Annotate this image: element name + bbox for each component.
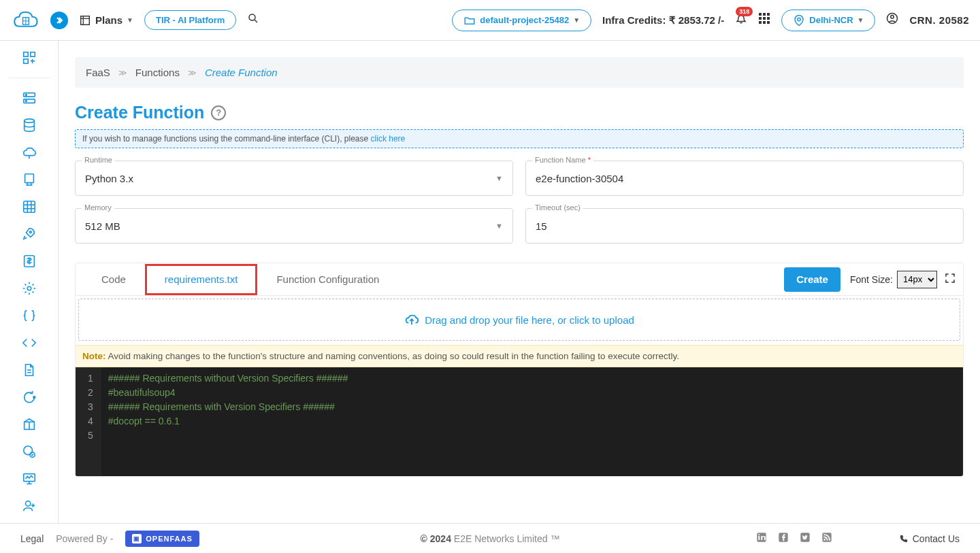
svg-rect-8 bbox=[759, 13, 762, 16]
notification-badge: 318 bbox=[736, 7, 753, 16]
rss-icon[interactable] bbox=[821, 532, 832, 545]
notifications-button[interactable]: 318 bbox=[735, 12, 747, 28]
svg-rect-10 bbox=[767, 13, 770, 16]
svg-point-25 bbox=[25, 95, 27, 96]
refresh-icon[interactable] bbox=[20, 388, 38, 406]
cube-icon: ▣ bbox=[132, 534, 142, 543]
function-name-value: e2e-function-30504 bbox=[536, 173, 623, 184]
editor-card: Code requirements.txt Function Configura… bbox=[75, 263, 964, 477]
cli-hint: If you wish to manage functions using th… bbox=[75, 129, 964, 148]
svg-rect-20 bbox=[23, 52, 27, 56]
shield-icon[interactable] bbox=[20, 443, 38, 460]
breadcrumb-faas[interactable]: FaaS bbox=[86, 67, 110, 78]
credits-display: Infra Credits: ₹ 2853.72 /- bbox=[602, 14, 724, 27]
cli-hint-text: If you wish to manage functions using th… bbox=[82, 134, 371, 144]
twitter-icon[interactable] bbox=[800, 532, 811, 545]
left-sidebar bbox=[0, 41, 59, 523]
user-account-icon[interactable] bbox=[886, 12, 898, 28]
rocket-icon[interactable] bbox=[20, 225, 38, 243]
legal-link[interactable]: Legal bbox=[20, 533, 44, 544]
page-title-row: Create Function ? bbox=[75, 103, 964, 122]
braces-icon[interactable] bbox=[20, 307, 38, 324]
function-name-label: Function Name * bbox=[532, 156, 593, 164]
tir-label: TIR - AI Platform bbox=[156, 15, 225, 25]
file-dropzone[interactable]: Drag and drop your file here, or click t… bbox=[78, 299, 960, 341]
help-icon[interactable]: ? bbox=[211, 105, 226, 120]
contact-link[interactable]: Contact Us bbox=[899, 533, 960, 544]
code-editor[interactable]: 12345 ###### Requirements without Versio… bbox=[76, 367, 963, 476]
note-label: Note: bbox=[82, 351, 106, 361]
project-label: default-project-25482 bbox=[480, 15, 569, 25]
note-bar: Note: Avoid making changes to the functi… bbox=[76, 345, 963, 367]
tab-config[interactable]: Function Configuration bbox=[257, 263, 398, 295]
breadcrumb: FaaS ≫ Functions ≫ Create Function bbox=[75, 57, 964, 88]
server-icon[interactable] bbox=[20, 89, 38, 107]
svg-rect-15 bbox=[763, 21, 766, 24]
svg-point-19 bbox=[891, 16, 894, 19]
grid-icon[interactable] bbox=[20, 198, 38, 216]
memory-value: 512 MB bbox=[85, 220, 120, 232]
code-lines[interactable]: ###### Requirements without Version Spec… bbox=[101, 367, 355, 476]
package-icon[interactable] bbox=[20, 416, 38, 433]
tab-requirements[interactable]: requirements.txt bbox=[145, 264, 258, 295]
fontsize-select[interactable]: 14px bbox=[897, 271, 937, 288]
openfaas-badge[interactable]: ▣ OPENFAAS bbox=[125, 531, 199, 547]
dashboard-icon[interactable] bbox=[20, 49, 38, 67]
svg-point-38 bbox=[29, 231, 31, 233]
timeout-label: Timeout (sec) bbox=[532, 203, 583, 212]
svg-rect-13 bbox=[767, 17, 770, 20]
powered-by: Powered By - bbox=[56, 533, 113, 544]
fullscreen-icon[interactable] bbox=[944, 272, 956, 287]
svg-point-46 bbox=[23, 446, 32, 455]
code-icon[interactable] bbox=[20, 334, 38, 352]
note-text: Avoid making changes to the function's s… bbox=[106, 351, 680, 361]
monitor-icon[interactable] bbox=[20, 470, 38, 488]
chevron-down-icon: ▼ bbox=[573, 16, 580, 24]
apps-grid-icon[interactable] bbox=[758, 12, 770, 28]
brand-logo[interactable] bbox=[11, 8, 39, 33]
dropzone-text: Drag and drop your file here, or click t… bbox=[425, 314, 634, 326]
region-label: Delhi-NCR bbox=[809, 15, 853, 25]
runtime-label: Runtime bbox=[82, 156, 115, 164]
runtime-field[interactable]: Runtime Python 3.x ▼ bbox=[75, 161, 513, 196]
breadcrumb-functions[interactable]: Functions bbox=[135, 67, 180, 78]
timeout-field[interactable]: Timeout (sec) 15 bbox=[525, 208, 964, 244]
linkedin-icon[interactable] bbox=[756, 532, 767, 545]
billing-icon[interactable] bbox=[20, 252, 38, 270]
svg-rect-9 bbox=[763, 13, 766, 16]
svg-point-56 bbox=[758, 534, 760, 535]
search-icon[interactable] bbox=[247, 12, 259, 28]
timeout-value: 15 bbox=[536, 220, 547, 232]
svg-point-26 bbox=[25, 101, 27, 102]
function-name-field[interactable]: Function Name * e2e-function-30504 bbox=[525, 161, 964, 196]
memory-label: Memory bbox=[82, 203, 114, 212]
facebook-icon[interactable] bbox=[778, 532, 789, 545]
compute-icon[interactable] bbox=[20, 171, 38, 188]
add-user-icon[interactable] bbox=[20, 497, 38, 515]
svg-rect-11 bbox=[759, 17, 762, 20]
expand-sidebar-button[interactable] bbox=[50, 12, 68, 29]
document-icon[interactable] bbox=[20, 361, 38, 379]
svg-rect-16 bbox=[767, 21, 770, 24]
breadcrumb-sep: ≫ bbox=[118, 68, 127, 78]
region-selector[interactable]: Delhi-NCR ▼ bbox=[781, 10, 875, 31]
cli-hint-link[interactable]: click here bbox=[371, 134, 406, 144]
memory-field[interactable]: Memory 512 MB ▼ bbox=[75, 208, 513, 244]
tir-platform-button[interactable]: TIR - AI Platform bbox=[144, 10, 236, 30]
plans-menu[interactable]: Plans ▼ bbox=[79, 14, 133, 27]
svg-rect-29 bbox=[24, 174, 33, 183]
tab-code[interactable]: Code bbox=[82, 263, 145, 295]
chevron-down-icon: ▼ bbox=[495, 222, 503, 230]
svg-point-43 bbox=[33, 397, 35, 399]
svg-line-7 bbox=[255, 20, 258, 22]
project-selector[interactable]: default-project-25482 ▼ bbox=[452, 10, 591, 31]
cloud-icon[interactable] bbox=[20, 144, 38, 161]
database-icon[interactable] bbox=[20, 116, 38, 134]
page-title: Create Function bbox=[75, 103, 204, 122]
chevron-down-icon: ▼ bbox=[858, 16, 864, 24]
contact-label: Contact Us bbox=[913, 533, 960, 544]
topbar: Plans ▼ TIR - AI Platform default-projec… bbox=[0, 0, 980, 41]
create-button[interactable]: Create bbox=[784, 267, 840, 292]
svg-rect-55 bbox=[758, 536, 760, 540]
settings-icon[interactable] bbox=[20, 280, 38, 297]
